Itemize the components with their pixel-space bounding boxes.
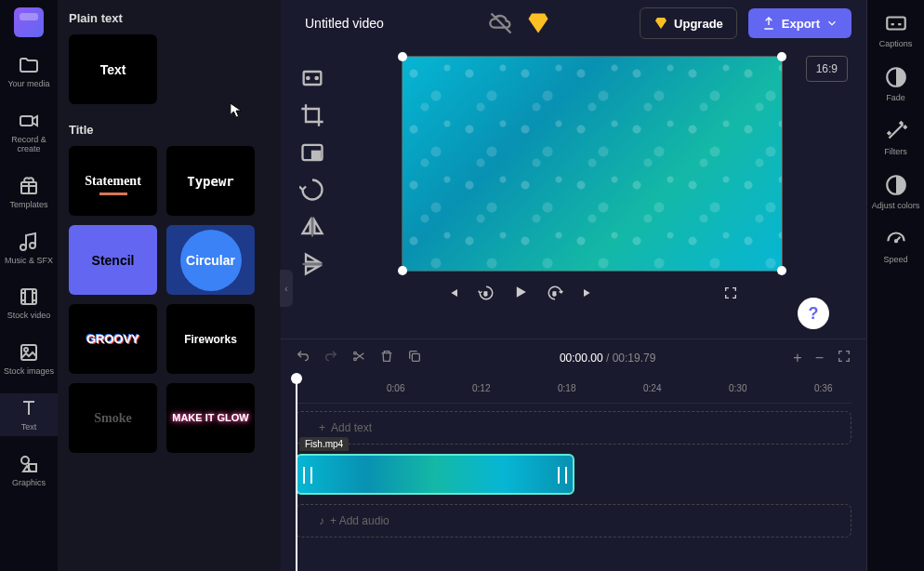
help-button[interactable]: ? [798,298,829,329]
play-button[interactable] [511,283,530,306]
chevron-down-icon [825,17,838,30]
tile-glow[interactable]: MAKE IT GLOW [166,383,255,453]
cloud-off-icon[interactable] [488,10,514,36]
zoom-fit-icon[interactable] [837,349,851,367]
wand-icon [884,119,908,143]
svg-point-9 [316,77,318,79]
fade-button[interactable]: Fade [884,65,908,102]
svg-point-4 [24,348,28,352]
video-track[interactable]: Fish.mp4 [296,452,851,497]
upgrade-button[interactable]: Upgrade [640,7,737,39]
add-audio-placeholder[interactable]: ♪ + Add audio [296,504,851,538]
time-current: 00:00.00 [560,352,603,365]
fit-icon[interactable] [299,65,325,91]
nav-templates[interactable]: Templates [0,171,58,214]
split-icon[interactable] [351,349,366,367]
trash-icon[interactable] [379,349,394,367]
resize-handle-bl[interactable] [398,266,407,275]
tile-label: Stencil [92,253,135,268]
tile-plain-text[interactable]: Text [69,34,157,104]
rewind-5-icon[interactable]: 5 [478,285,495,305]
flip-horizontal-icon[interactable] [299,214,325,240]
timeline-toolbar: 00:00.00 / 00:19.79 + − [281,339,866,376]
zoom-in-icon[interactable]: + [793,350,801,366]
upload-icon [761,16,776,31]
rotate-icon[interactable] [299,177,325,203]
audio-track[interactable]: ♪ + Add audio [296,504,851,538]
topbar: Upgrade Export [281,0,866,46]
duplicate-icon[interactable] [407,349,422,367]
film-icon [18,286,40,308]
pip-icon[interactable] [299,139,325,166]
tile-fireworks[interactable]: Fireworks [166,304,255,374]
resize-handle-tr[interactable] [777,52,786,61]
resize-handle-br[interactable] [777,266,786,275]
nav-stock-video[interactable]: Stock video [0,282,58,325]
tile-typewriter[interactable]: Typewr [166,146,255,216]
plus-icon: + [319,421,325,434]
nav-label: Your media [7,80,49,89]
tile-circular[interactable]: Circular [166,225,255,295]
timeline[interactable]: 0:06 0:12 0:18 0:24 0:30 0:36 + Add text… [281,376,866,571]
nav-record-create[interactable]: Record & create [0,106,58,158]
undo-icon[interactable] [296,349,310,367]
resize-handle-tl[interactable] [398,52,407,61]
rail-label: Filters [884,147,907,156]
aspect-ratio-button[interactable]: 16:9 [806,56,848,82]
adjust-colors-button[interactable]: Adjust colors [872,173,920,210]
nav-label: Stock images [4,367,54,377]
rail-label: Speed [883,255,907,264]
captions-icon [884,11,908,35]
nav-label: Templates [9,201,47,210]
preview-area: 5 5 16:9 ? [281,46,866,339]
svg-rect-2 [21,289,36,304]
tile-statement[interactable]: Statement [69,146,157,216]
music-note-icon: ♪ [319,514,324,527]
filters-button[interactable]: Filters [884,119,908,156]
tile-groovy[interactable]: GROOVY [69,304,157,374]
rail-label: Adjust colors [872,201,920,210]
add-text-placeholder[interactable]: + Add text [296,411,851,445]
nav-graphics[interactable]: Graphics [0,449,58,492]
nav-your-media[interactable]: Your media [0,50,58,93]
ruler-mark: 0:12 [472,383,490,393]
skip-end-icon[interactable] [580,286,595,304]
zoom-out-icon[interactable]: − [815,350,824,366]
flip-vertical-icon[interactable] [299,251,325,277]
project-title-input[interactable] [296,10,477,36]
rail-label: Fade [886,93,905,102]
skip-start-icon[interactable] [446,286,461,304]
playhead[interactable] [296,376,297,571]
nav-music-sfx[interactable]: Music & SFX [0,227,58,270]
play-controls: 5 5 [446,283,738,306]
tile-stencil[interactable]: Stencil [69,225,157,295]
image-icon [18,341,40,364]
shapes-icon [18,453,40,475]
camera-icon [18,110,40,132]
preview-canvas[interactable] [402,56,783,272]
fullscreen-icon[interactable] [723,286,738,304]
video-clip[interactable] [296,454,574,495]
tile-label: GROOVY [86,332,139,346]
svg-rect-3 [21,345,36,360]
app-logo[interactable] [14,7,44,37]
captions-button[interactable]: Captions [879,11,913,48]
speed-button[interactable]: Speed [883,227,907,264]
plain-text-header: Plain text [69,11,270,25]
text-track[interactable]: + Add text [296,411,851,445]
nav-stock-images[interactable]: Stock images [0,338,58,380]
nav-text[interactable]: Text [0,393,58,436]
redo-icon[interactable] [323,349,338,367]
svg-point-15 [354,358,357,361]
nav-label: Stock video [7,312,51,321]
crop-icon[interactable] [299,102,325,128]
ruler-mark: 0:36 [814,383,832,393]
ruler-mark: 0:24 [643,383,661,393]
title-header: Title [69,123,270,137]
export-button[interactable]: Export [748,8,851,38]
forward-5-icon[interactable]: 5 [547,285,563,305]
tile-smoke[interactable]: Smoke [69,383,157,453]
svg-rect-17 [887,18,905,30]
timeline-ruler[interactable]: 0:06 0:12 0:18 0:24 0:30 0:36 [296,376,851,404]
svg-rect-0 [20,116,33,126]
